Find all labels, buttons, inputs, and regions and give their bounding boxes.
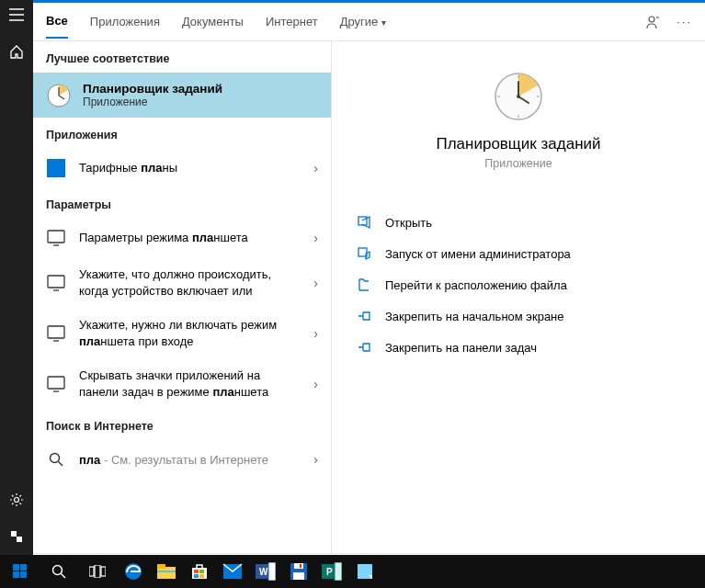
svg-rect-17 <box>13 571 19 578</box>
svg-rect-28 <box>194 570 199 573</box>
svg-rect-16 <box>20 564 27 571</box>
pin-taskbar-icon <box>356 339 372 356</box>
action-open-location[interactable]: Перейти к расположению файла <box>350 269 687 300</box>
action-pin-start[interactable]: Закрепить на начальном экране <box>350 300 687 332</box>
svg-rect-26 <box>157 571 176 572</box>
detail-panel: Планировщик заданий Приложение Открыть З… <box>331 41 705 553</box>
gear-icon[interactable] <box>7 491 26 509</box>
svg-rect-1 <box>11 531 17 537</box>
svg-rect-41 <box>335 562 342 581</box>
taskbar: W P <box>0 555 705 588</box>
store-icon[interactable] <box>186 559 213 584</box>
svg-rect-37 <box>294 563 303 569</box>
svg-rect-39 <box>300 564 301 568</box>
svg-rect-22 <box>101 567 106 576</box>
feedback-icon[interactable] <box>643 14 660 30</box>
file-explorer-icon[interactable] <box>153 559 180 584</box>
action-open[interactable]: Открыть <box>350 207 687 238</box>
tablet-icon <box>46 228 66 248</box>
action-label: Закрепить на начальном экране <box>385 310 564 323</box>
action-label: Перейти к расположению файла <box>385 278 567 292</box>
save-icon[interactable] <box>285 559 313 584</box>
shield-icon <box>356 245 372 262</box>
svg-rect-31 <box>199 574 204 578</box>
chevron-right-icon: › <box>313 377 318 391</box>
search-button[interactable] <box>42 556 75 587</box>
left-sidebar <box>0 0 33 588</box>
detail-title: Планировщик заданий <box>436 135 600 153</box>
pin-icon <box>356 308 372 324</box>
tab-all[interactable]: Все <box>46 5 68 39</box>
svg-point-3 <box>649 17 654 22</box>
setting-item-tablet-signin[interactable]: Укажите, нужно ли включать режим планшет… <box>33 308 331 358</box>
action-pin-taskbar[interactable]: Закрепить на панели задач <box>350 332 687 363</box>
svg-rect-5 <box>48 231 64 243</box>
results-panel: Лучшее соответствие Планировщик заданий … <box>33 41 331 553</box>
edge-icon[interactable] <box>119 559 147 584</box>
svg-rect-18 <box>20 571 27 578</box>
best-match-subtitle: Приложение <box>83 96 222 108</box>
tab-apps[interactable]: Приложения <box>90 6 160 38</box>
open-icon <box>356 214 372 231</box>
svg-text:P: P <box>326 567 333 577</box>
best-match-item[interactable]: Планировщик заданий Приложение <box>33 73 331 118</box>
app-item-tariff-plans[interactable]: Тарифные планы › <box>33 149 331 187</box>
task-scheduler-icon <box>46 83 72 108</box>
svg-rect-20 <box>89 567 94 576</box>
action-label: Запуск от имени администратора <box>385 247 571 261</box>
svg-rect-30 <box>194 574 199 578</box>
svg-rect-8 <box>48 377 64 389</box>
home-icon[interactable] <box>7 42 26 61</box>
start-button[interactable] <box>4 556 37 587</box>
group-apps: Приложения <box>33 118 331 149</box>
svg-point-19 <box>53 566 63 575</box>
chevron-right-icon: › <box>313 326 318 341</box>
action-label: Закрепить на панели задач <box>385 341 537 355</box>
svg-text:W: W <box>259 567 268 577</box>
group-web: Поиск в Интернете <box>33 409 331 440</box>
web-search-item[interactable]: пла - См. результаты в Интернете › <box>33 440 331 479</box>
svg-rect-38 <box>293 572 304 580</box>
svg-rect-21 <box>95 565 100 578</box>
chevron-right-icon: › <box>313 161 318 175</box>
tab-web[interactable]: Интернет <box>266 6 318 38</box>
tablet-icon <box>46 374 66 394</box>
svg-rect-29 <box>199 570 204 573</box>
tab-more[interactable]: Другие▾ <box>340 6 387 38</box>
svg-rect-25 <box>157 564 165 569</box>
svg-rect-34 <box>268 562 276 581</box>
tablet-icon <box>46 273 66 293</box>
svg-rect-6 <box>48 276 64 288</box>
more-icon[interactable]: ··· <box>677 15 692 28</box>
svg-rect-7 <box>48 326 64 338</box>
folder-icon <box>356 277 372 293</box>
chevron-right-icon: › <box>313 231 318 245</box>
setting-item-tablet-mode[interactable]: Параметры режима планшета › <box>33 219 331 257</box>
setting-item-device-on[interactable]: Укажите, что должно происходить, когда у… <box>33 257 331 308</box>
action-label: Открыть <box>385 216 432 230</box>
best-match-title: Планировщик заданий <box>83 82 222 96</box>
group-best-match: Лучшее соответствие <box>33 41 331 73</box>
mail-icon[interactable] <box>219 559 246 584</box>
hamburger-icon[interactable] <box>7 6 26 24</box>
task-view-button[interactable] <box>81 556 114 587</box>
tablet-icon <box>46 323 66 344</box>
svg-rect-15 <box>13 564 19 571</box>
svg-rect-2 <box>17 537 22 542</box>
tab-docs[interactable]: Документы <box>182 6 244 38</box>
chevron-right-icon: › <box>313 276 318 290</box>
notes-icon[interactable] <box>351 559 379 584</box>
action-run-admin[interactable]: Запуск от имени администратора <box>350 238 687 269</box>
svg-point-0 <box>15 498 19 503</box>
publisher-icon[interactable]: P <box>318 559 346 584</box>
app-tile-icon <box>46 158 66 178</box>
profile-icon[interactable] <box>7 527 26 546</box>
group-settings: Параметры <box>33 187 331 219</box>
word-icon[interactable]: W <box>252 559 279 584</box>
setting-item-hide-icons[interactable]: Скрывать значки приложений на панели зад… <box>33 358 331 409</box>
search-tabs: Все Приложения Документы Интернет Другие… <box>33 3 705 41</box>
chevron-right-icon: › <box>313 452 318 467</box>
svg-point-9 <box>51 454 60 463</box>
task-scheduler-icon-large <box>493 71 544 122</box>
chevron-down-icon: ▾ <box>381 17 386 28</box>
